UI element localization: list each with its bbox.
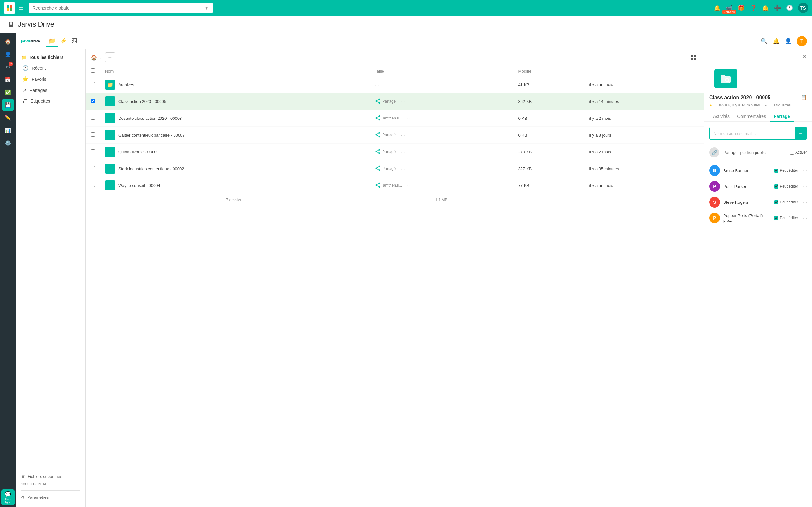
perm-checkbox-input[interactable] <box>774 184 778 188</box>
add-folder-button[interactable]: + <box>105 52 115 62</box>
sidebar-item-tasks[interactable]: ✅ <box>2 87 14 98</box>
file-size: 41 KB <box>513 76 584 93</box>
offline-button[interactable]: 💬 Hors ligne <box>1 489 14 505</box>
table-row[interactable]: Galtier contentieux bancaire - 00007 Par… <box>86 127 704 144</box>
sidebar-item-home[interactable]: 🏠 <box>2 36 14 47</box>
perm-checkbox-input[interactable] <box>774 200 778 205</box>
activate-checkbox-input[interactable] <box>790 151 794 155</box>
file-options-menu[interactable]: ··· <box>401 133 406 137</box>
person-options-menu[interactable]: ··· <box>803 168 807 173</box>
gift-icon[interactable]: 🎁 <box>738 4 745 11</box>
panel-action-icon[interactable]: 📋 <box>801 95 807 101</box>
app-logo[interactable] <box>4 2 15 14</box>
deleted-files-item[interactable]: 🗑 Fichiers supprimés <box>21 472 80 481</box>
subnav-files-icon[interactable]: 📁 <box>46 36 58 47</box>
search-bar[interactable]: ▼ <box>29 3 212 13</box>
person-options-menu[interactable]: ··· <box>803 184 807 189</box>
breadcrumb-home-icon[interactable]: 🏠 <box>91 55 97 60</box>
file-options-menu[interactable]: ··· <box>401 166 406 171</box>
sidebar-item-shared[interactable]: ↗ Partages <box>16 84 85 96</box>
permission-checkbox[interactable]: Peut éditer <box>774 168 798 173</box>
file-name[interactable]: Galtier contentieux bancaire - 00007 <box>118 133 185 137</box>
file-name[interactable]: Wayne conseil - 00004 <box>118 183 160 188</box>
hamburger-icon[interactable]: ☰ <box>18 4 23 11</box>
add-icon[interactable]: ➕ <box>774 4 781 11</box>
table-row[interactable]: Quinn divorce - 00001 Partagé ··· 279 KB… <box>86 144 704 160</box>
file-meta: ··· <box>374 82 508 87</box>
file-options-menu[interactable]: ··· <box>407 183 412 188</box>
permission-checkbox[interactable]: Peut éditer <box>774 200 798 205</box>
perm-checkbox-input[interactable] <box>774 216 778 220</box>
select-all-checkbox[interactable] <box>91 68 95 72</box>
all-files-header[interactable]: 📁 Tous les fichiers <box>16 52 85 62</box>
sidebar-item-analytics[interactable]: 📊 <box>2 124 14 136</box>
sidebar-item-contacts[interactable]: 👤 <box>2 49 14 60</box>
recent-label: Récent <box>32 66 46 71</box>
clock-icon[interactable]: 🕐 <box>786 4 793 11</box>
row-checkbox[interactable] <box>91 149 95 153</box>
close-panel-button[interactable]: ✕ <box>802 53 807 60</box>
table-row[interactable]: Dosanto class action 2020 - 00003 iamthe… <box>86 110 704 127</box>
share-indicator: iamthehul... <box>374 182 402 189</box>
file-name[interactable]: Stark industries contentieux - 00002 <box>118 166 184 171</box>
row-checkbox[interactable] <box>91 166 95 170</box>
file-options-menu[interactable]: ··· <box>401 150 406 154</box>
person-options-menu[interactable]: ··· <box>803 200 807 205</box>
row-checkbox[interactable] <box>91 132 95 136</box>
row-checkbox[interactable] <box>91 116 95 120</box>
sidebar-item-edit[interactable]: ✏️ <box>2 112 14 123</box>
file-options-menu[interactable]: ··· <box>401 99 406 104</box>
svg-point-13 <box>379 98 380 100</box>
file-name[interactable]: Dosanto class action 2020 - 00003 <box>118 116 182 121</box>
share-input-row[interactable]: → <box>709 127 807 140</box>
subnav-gallery-icon[interactable]: 🖼 <box>69 36 81 47</box>
file-options-menu[interactable]: ··· <box>374 82 380 87</box>
activate-checkbox[interactable]: Activer <box>790 150 807 155</box>
share-input[interactable] <box>710 128 795 139</box>
table-row[interactable]: 📁 Archives ··· 41 KB il y a un mois <box>86 76 704 93</box>
sidebar-item-favorites[interactable]: ⭐ Favoris <box>16 73 85 84</box>
sidebar-item-recent[interactable]: 🕐 Récent <box>16 62 85 73</box>
svg-point-55 <box>379 169 380 171</box>
right-panel: ✕ Class action 2020 - 00005 📋 ★ 362 KB, … <box>704 49 812 507</box>
settings-item[interactable]: ⚙ Paramètres <box>21 493 80 502</box>
bell-icon[interactable]: 🔔 <box>762 4 769 11</box>
file-options-menu[interactable]: ··· <box>407 116 412 121</box>
tab-partage[interactable]: Partage <box>770 111 794 122</box>
file-name[interactable]: Archives <box>118 82 134 87</box>
tab-activites[interactable]: Activités <box>709 111 733 122</box>
search-input[interactable] <box>32 5 202 10</box>
name-column-header[interactable]: Nom <box>100 66 369 76</box>
row-checkbox[interactable] <box>91 99 95 103</box>
person-options-menu[interactable]: ··· <box>803 216 807 221</box>
share-send-button[interactable]: → <box>795 127 807 139</box>
perm-label: Peut éditer <box>780 216 798 220</box>
sidebar-item-mail[interactable]: ✉ 29 <box>2 61 14 72</box>
subnav-avatar[interactable]: T <box>797 36 807 46</box>
help-icon[interactable]: ❓ <box>750 4 757 11</box>
subnav-activity-icon[interactable]: ⚡ <box>58 36 69 47</box>
permission-checkbox[interactable]: Peut éditer <box>774 184 798 188</box>
row-checkbox[interactable] <box>91 183 95 187</box>
star-icon[interactable]: ★ <box>709 103 713 107</box>
sidebar-item-drive[interactable]: 💾 <box>2 99 14 111</box>
sidebar-item-tags[interactable]: 🏷 Étiquettes <box>16 96 85 107</box>
subnav-search-icon[interactable]: 🔍 <box>761 38 768 45</box>
user-avatar[interactable]: TS <box>798 3 808 13</box>
table-row[interactable]: Wayne conseil - 00004 iamthehul... ··· 7… <box>86 177 704 194</box>
permission-checkbox[interactable]: Peut éditer <box>774 216 798 220</box>
row-checkbox[interactable] <box>91 82 95 86</box>
file-name[interactable]: Class action 2020 - 00005 <box>118 99 166 104</box>
perm-checkbox-input[interactable] <box>774 169 778 173</box>
file-meta: Partagé ··· <box>374 98 508 105</box>
sidebar-item-settings[interactable]: ⚙️ <box>2 137 14 149</box>
table-row[interactable]: Stark industries contentieux - 00002 Par… <box>86 160 704 177</box>
tab-commentaires[interactable]: Commentaires <box>733 111 770 122</box>
file-name[interactable]: Quinn divorce - 00001 <box>118 150 159 154</box>
sidebar-item-calendar[interactable]: 📅 <box>2 74 14 85</box>
subnav-user-icon[interactable]: 👤 <box>785 38 792 45</box>
subnav-bell-icon[interactable]: 🔔 <box>773 38 780 45</box>
notifications-red-icon[interactable]: 🔔 <box>714 4 721 11</box>
grid-view-button[interactable] <box>689 52 699 62</box>
table-row[interactable]: Class action 2020 - 00005 Partagé ··· 36… <box>86 93 704 110</box>
